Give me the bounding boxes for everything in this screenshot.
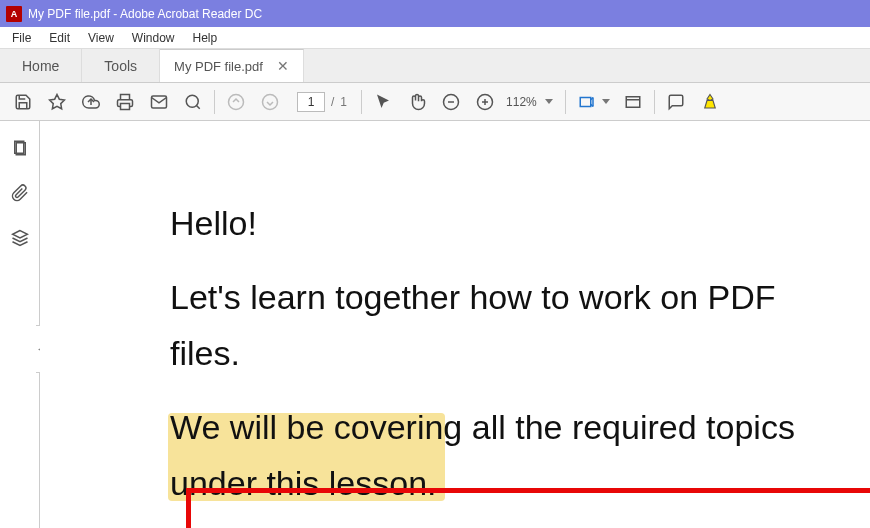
mail-icon[interactable] [142, 87, 176, 117]
print-icon[interactable] [108, 87, 142, 117]
svg-line-6 [196, 105, 199, 108]
document-page[interactable]: Hello! Let's learn together how to work … [40, 121, 870, 528]
thumbnails-icon[interactable] [11, 139, 29, 160]
svg-marker-2 [50, 94, 65, 108]
side-rail: ◂ [0, 121, 40, 528]
document-body: Hello! Let's learn together how to work … [170, 195, 830, 511]
svg-point-8 [263, 94, 278, 109]
fit-width-icon[interactable] [570, 87, 604, 117]
hand-icon[interactable] [400, 87, 434, 117]
zoom-dropdown[interactable]: 112% [502, 95, 561, 109]
tab-home[interactable]: Home [0, 49, 82, 82]
chevron-down-icon[interactable] [602, 99, 610, 104]
star-icon[interactable] [40, 87, 74, 117]
separator [654, 90, 655, 114]
window-title: My PDF file.pdf - Adobe Acrobat Reader D… [28, 7, 262, 21]
titlebar: A My PDF file.pdf - Adobe Acrobat Reader… [0, 0, 870, 27]
menu-file[interactable]: File [4, 29, 39, 47]
menu-view[interactable]: View [80, 29, 122, 47]
svg-rect-14 [580, 97, 591, 106]
page-number-input[interactable] [297, 92, 325, 112]
zoom-out-icon[interactable] [434, 87, 468, 117]
cursor-icon[interactable] [366, 87, 400, 117]
menu-window[interactable]: Window [124, 29, 183, 47]
svg-rect-3 [121, 103, 130, 109]
menubar: File Edit View Window Help [0, 27, 870, 49]
toolbar: / 1 112% [0, 83, 870, 121]
comment-icon[interactable] [659, 87, 693, 117]
zoom-in-icon[interactable] [468, 87, 502, 117]
svg-rect-16 [626, 96, 640, 107]
separator [565, 90, 566, 114]
page-total: 1 [340, 95, 347, 109]
attachments-icon[interactable] [11, 184, 29, 205]
zoom-value: 112% [506, 95, 537, 109]
svg-point-7 [229, 94, 244, 109]
tabbar: Home Tools My PDF file.pdf ✕ [0, 49, 870, 83]
separator [214, 90, 215, 114]
separator [361, 90, 362, 114]
page-up-icon[interactable] [219, 87, 253, 117]
chevron-down-icon [545, 99, 553, 104]
doc-line-1: Hello! [170, 195, 830, 251]
menu-edit[interactable]: Edit [41, 29, 78, 47]
page-indicator: / 1 [297, 92, 347, 112]
read-mode-icon[interactable] [616, 87, 650, 117]
doc-line-2: Let's learn together how to work on PDF … [170, 269, 830, 381]
doc-line-3-highlighted: We will be covering all the required top… [170, 408, 795, 502]
cloud-icon[interactable] [74, 87, 108, 117]
svg-point-5 [186, 95, 198, 107]
app-icon: A [6, 6, 22, 22]
page-down-icon[interactable] [253, 87, 287, 117]
page-separator: / [331, 95, 334, 109]
save-icon[interactable] [6, 87, 40, 117]
close-tab-icon[interactable]: ✕ [277, 58, 289, 74]
content-area: ◂ Hello! Let's learn together how to wor… [0, 121, 870, 528]
search-icon[interactable] [176, 87, 210, 117]
menu-help[interactable]: Help [185, 29, 226, 47]
highlight-icon[interactable] [693, 87, 727, 117]
tab-document[interactable]: My PDF file.pdf ✕ [160, 49, 304, 82]
svg-marker-20 [12, 231, 27, 239]
layers-icon[interactable] [11, 229, 29, 250]
tab-document-label: My PDF file.pdf [174, 59, 263, 74]
svg-text:A: A [11, 9, 18, 19]
tab-tools[interactable]: Tools [82, 49, 160, 82]
